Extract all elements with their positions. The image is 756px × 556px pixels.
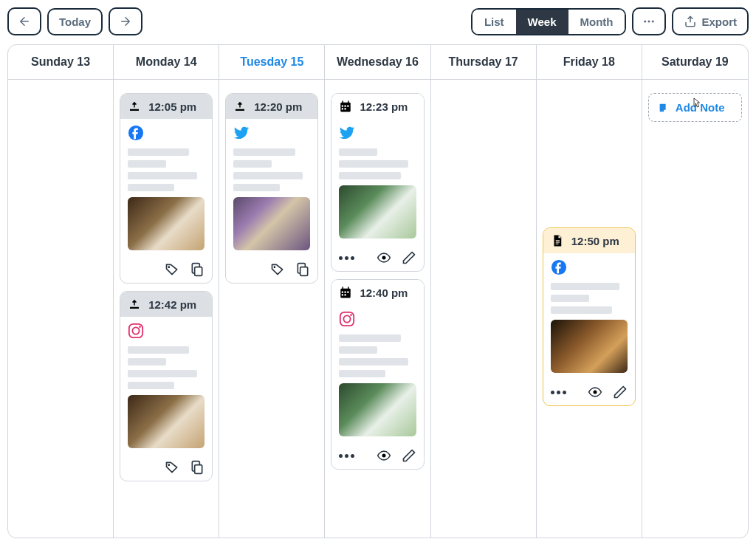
more-icon[interactable]: [339, 256, 354, 260]
card-header: 12:42 pm: [120, 292, 212, 317]
eye-icon[interactable]: [588, 385, 602, 399]
more-options-button[interactable]: [632, 7, 666, 35]
copy-icon[interactable]: [190, 262, 205, 277]
twitter-icon: [339, 125, 416, 144]
arrow-right-icon: [119, 15, 132, 28]
day-header: Wednesday 16: [325, 45, 430, 79]
card-body: [543, 253, 635, 379]
post-time: 12:05 pm: [148, 100, 196, 113]
twitter-icon: [233, 125, 310, 144]
instagram-icon: [339, 311, 416, 330]
view-toggle: List Week Month: [471, 8, 627, 35]
card-footer: [331, 244, 423, 271]
calendar-icon: [339, 100, 352, 113]
card-footer: [120, 454, 212, 481]
day-header: Friday 18: [537, 45, 642, 79]
calendar-icon: [339, 286, 352, 299]
day-header: Monday 14: [114, 45, 219, 79]
pencil-icon[interactable]: [613, 385, 628, 399]
instagram-icon: [128, 323, 205, 342]
tag-icon[interactable]: [165, 262, 179, 277]
card-header: 12:05 pm: [120, 94, 212, 119]
post-time: 12:42 pm: [148, 298, 196, 311]
more-icon[interactable]: [551, 391, 566, 394]
calendar-header: Sunday 13 Monday 14 Tuesday 15 Wednesday…: [8, 45, 748, 80]
toolbar-right: List Week Month Export: [471, 7, 749, 35]
content-preview: [339, 148, 416, 179]
export-label: Export: [701, 16, 737, 28]
dots-icon: [642, 15, 656, 28]
arrow-left-icon: [18, 15, 31, 28]
day-column-tue[interactable]: 12:20 pm: [219, 80, 325, 538]
tag-icon[interactable]: [165, 460, 179, 475]
upload-icon: [233, 100, 247, 113]
post-card[interactable]: 12:40 pm: [331, 279, 424, 470]
view-list[interactable]: List: [472, 10, 516, 34]
eye-icon[interactable]: [377, 250, 391, 265]
card-body: [331, 119, 423, 244]
tag-icon[interactable]: [270, 262, 285, 277]
day-column-sun[interactable]: [8, 80, 114, 538]
export-icon: [684, 15, 697, 28]
card-body: [331, 305, 423, 442]
post-card[interactable]: 12:05 pm: [120, 93, 213, 284]
post-time: 12:20 pm: [254, 100, 302, 113]
post-card-draft[interactable]: 12:50 pm: [543, 227, 636, 406]
content-preview: [233, 148, 310, 191]
content-preview: [551, 283, 628, 314]
day-header: Thursday 17: [431, 45, 537, 79]
day-column-wed[interactable]: 12:23 pm 12:40 pm: [325, 80, 430, 538]
content-preview: [128, 148, 205, 191]
card-footer: [543, 379, 635, 405]
content-preview: [128, 346, 205, 389]
eye-icon[interactable]: [377, 448, 391, 463]
post-thumbnail: [128, 395, 205, 448]
card-header: 12:40 pm: [331, 280, 423, 305]
today-button[interactable]: Today: [47, 8, 103, 35]
day-column-fri[interactable]: 12:50 pm: [537, 80, 642, 538]
card-body: [120, 119, 212, 256]
post-thumbnail: [339, 383, 416, 436]
post-thumbnail: [233, 197, 310, 250]
card-header: 12:20 pm: [226, 94, 317, 119]
post-time: 12:50 pm: [571, 235, 619, 247]
card-footer: [120, 256, 212, 283]
upload-icon: [128, 298, 141, 311]
facebook-icon: [128, 125, 205, 144]
toolbar: Today List Week Month Export: [7, 7, 749, 35]
content-preview: [339, 334, 416, 377]
document-icon: [551, 234, 564, 247]
post-card[interactable]: 12:20 pm: [225, 93, 318, 284]
view-month[interactable]: Month: [568, 10, 625, 34]
card-footer: [331, 442, 423, 469]
post-card[interactable]: 12:23 pm: [331, 93, 424, 272]
calendar-body: 12:05 pm 12:42 pm: [8, 80, 748, 538]
calendar: Sunday 13 Monday 14 Tuesday 15 Wednesday…: [7, 44, 749, 538]
next-button[interactable]: [109, 7, 142, 35]
day-column-mon[interactable]: 12:05 pm 12:42 pm: [114, 80, 219, 538]
day-header: Saturday 19: [642, 45, 748, 79]
copy-icon[interactable]: [295, 262, 310, 277]
day-column-sat[interactable]: Add Note: [642, 80, 748, 538]
post-card[interactable]: 12:42 pm: [120, 291, 213, 481]
card-body: [120, 317, 212, 454]
card-footer: [226, 256, 317, 283]
card-header: 12:50 pm: [543, 228, 635, 253]
upload-icon: [128, 100, 141, 113]
prev-button[interactable]: [7, 7, 41, 35]
view-week[interactable]: Week: [516, 10, 568, 34]
toolbar-left: Today: [7, 7, 142, 35]
copy-icon[interactable]: [190, 460, 205, 475]
more-icon[interactable]: [339, 454, 354, 458]
export-button[interactable]: Export: [672, 7, 749, 35]
facebook-icon: [551, 259, 628, 278]
post-thumbnail: [339, 185, 416, 238]
card-header: 12:23 pm: [331, 94, 423, 119]
day-header-today: Tuesday 15: [219, 45, 325, 79]
post-thumbnail: [551, 320, 628, 373]
pencil-icon[interactable]: [402, 250, 416, 265]
day-column-thu[interactable]: [431, 80, 537, 538]
note-icon: [658, 102, 670, 114]
pencil-icon[interactable]: [402, 448, 416, 463]
post-time: 12:40 pm: [360, 286, 408, 299]
